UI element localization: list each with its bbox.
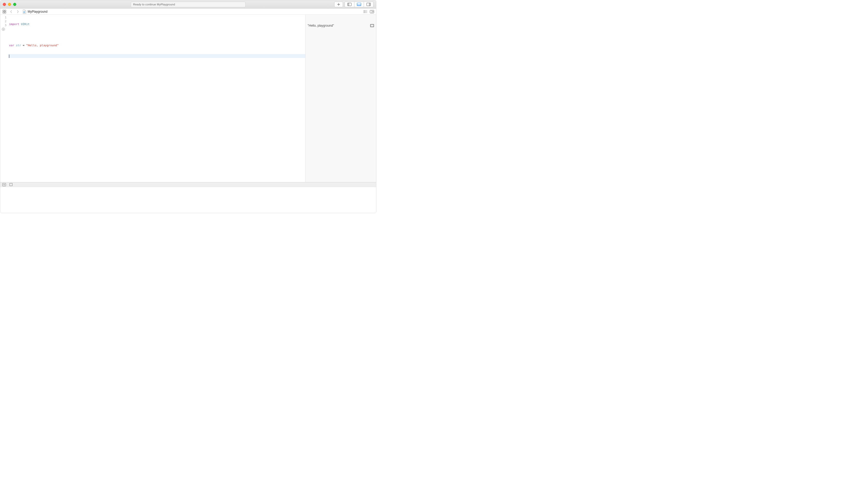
result-row[interactable]: "Hello, playground" <box>308 24 374 27</box>
svg-rect-10 <box>5 10 6 11</box>
chevron-down-box-icon <box>2 183 6 186</box>
code-line-current[interactable] <box>8 54 305 58</box>
results-sidebar[interactable]: "Hello, playground" <box>305 15 376 182</box>
toggle-left-panel-button[interactable] <box>345 2 354 7</box>
line-number[interactable]: 2 <box>0 19 8 23</box>
code-editor[interactable]: 1 2 3 import UIKit var str = "Hello, pla… <box>0 15 305 182</box>
line-number[interactable] <box>0 27 8 31</box>
related-items-button[interactable] <box>2 9 6 14</box>
minimize-button[interactable] <box>8 3 11 6</box>
titlebar: Ready to continue MyPlayground <box>0 0 376 8</box>
gutter: 1 2 3 <box>0 15 8 182</box>
adjust-editor-button[interactable] <box>370 9 374 14</box>
grid-icon <box>3 10 6 14</box>
svg-rect-1 <box>348 3 349 6</box>
svg-rect-7 <box>369 3 371 6</box>
svg-rect-9 <box>3 10 4 11</box>
console-output-button[interactable] <box>9 183 12 186</box>
plus-icon <box>337 3 340 6</box>
quick-look-button[interactable] <box>370 24 374 27</box>
token-space <box>14 44 16 47</box>
titlebar-right <box>334 2 373 7</box>
code-line[interactable]: var str = "Hello, playground" <box>8 44 305 47</box>
line-number[interactable]: 1 <box>0 16 8 19</box>
square-icon <box>9 183 12 186</box>
nav-left: MyPlayground <box>2 9 48 14</box>
svg-rect-24 <box>371 25 373 26</box>
nav-right <box>363 9 374 14</box>
toggle-right-panel-button[interactable] <box>364 2 373 7</box>
svg-rect-11 <box>3 12 4 13</box>
breadcrumb[interactable]: MyPlayground <box>23 9 48 14</box>
svg-rect-25 <box>3 183 6 186</box>
token-keyword: import <box>9 23 19 26</box>
text-cursor <box>9 55 9 58</box>
code-line[interactable] <box>8 33 305 37</box>
code-line[interactable]: import UIKit <box>8 22 305 26</box>
svg-rect-26 <box>10 183 12 186</box>
code-body[interactable]: import UIKit var str = "Hello, playgroun… <box>8 15 305 182</box>
panel-right-icon <box>367 3 371 6</box>
add-button[interactable] <box>334 2 343 7</box>
close-button[interactable] <box>3 3 6 6</box>
result-value: "Hello, playground" <box>308 24 334 27</box>
maximize-button[interactable] <box>13 3 16 6</box>
svg-rect-12 <box>5 12 6 13</box>
toggle-bottom-panel-button[interactable] <box>354 2 364 7</box>
chevron-right-icon <box>17 10 19 13</box>
status-field[interactable]: Ready to continue MyPlayground <box>131 2 245 7</box>
token-var-name: str <box>16 44 21 47</box>
token-string: "Hello, playground" <box>26 44 59 47</box>
play-circle-icon <box>2 28 5 31</box>
console-toolbar <box>0 182 376 187</box>
console-area[interactable] <box>0 187 376 213</box>
main-area: 1 2 3 import UIKit var str = "Hello, pla… <box>0 15 376 182</box>
status-text: Ready to continue MyPlayground <box>133 3 175 6</box>
token-keyword: var <box>9 44 14 47</box>
panel-bottom-icon <box>357 3 361 6</box>
nav-forward-button[interactable] <box>16 9 20 14</box>
lines-icon <box>363 10 367 13</box>
panel-toggle-group <box>345 2 373 7</box>
navbar: MyPlayground <box>0 8 376 15</box>
nav-back-button[interactable] <box>9 9 13 14</box>
playground-file-icon <box>23 9 26 14</box>
editor-options-button[interactable] <box>363 9 367 14</box>
svg-rect-4 <box>357 5 361 6</box>
line-number[interactable]: 3 <box>0 23 8 27</box>
run-line-button[interactable] <box>2 28 5 31</box>
token-module: UIKit <box>19 23 30 26</box>
token-op: = <box>21 44 26 47</box>
quick-look-icon <box>370 24 374 27</box>
breadcrumb-file: MyPlayground <box>28 10 48 14</box>
console-toggle-button[interactable] <box>2 183 6 186</box>
split-add-icon <box>370 10 374 13</box>
chevron-left-icon <box>10 10 12 13</box>
traffic-lights <box>3 3 16 6</box>
panel-left-icon <box>347 3 351 6</box>
